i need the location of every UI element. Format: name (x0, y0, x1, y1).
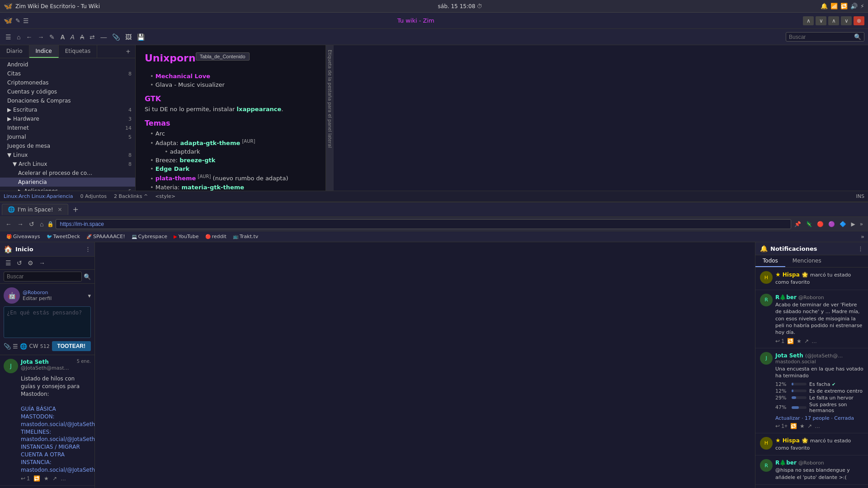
notif-fav-rober[interactable]: ★ (797, 338, 802, 344)
notif-boost-jotaseth[interactable]: 🔁 (790, 423, 797, 429)
toolbar-save-btn[interactable]: 💾 (135, 33, 146, 42)
sidebar-add-tab-button[interactable]: + (121, 45, 135, 58)
back-button[interactable]: ← (4, 220, 14, 229)
post-more-btn-1[interactable]: … (61, 475, 66, 482)
post-link-2[interactable]: mastodon.social/@JotaSeth/1034… (21, 436, 94, 442)
bookmark-spaaaaace[interactable]: 🚀 SPAAAAACE! (84, 233, 128, 240)
compose-attach-icon[interactable]: 📎 (4, 343, 11, 350)
compose-cw-label[interactable]: CW (29, 343, 38, 349)
compose-edit-label[interactable]: Editar perfil (23, 296, 52, 301)
compose-list-icon[interactable]: ☰ (13, 343, 18, 350)
browser-tab-active[interactable]: 🌐 I'm in Space! ✕ (2, 204, 68, 215)
tree-item[interactable]: ▶ Hardware3 (0, 114, 135, 123)
tree-item[interactable]: ▶ Aplicaciones5 (0, 187, 135, 191)
tree-item[interactable]: Internet14 (0, 123, 135, 132)
tree-item[interactable]: ▼ Arch Linux8 (0, 160, 135, 169)
toolbar-forward-btn[interactable]: → (36, 33, 46, 42)
post-link-3[interactable]: mastodon.social/@JotaSeth/1034… (21, 467, 94, 473)
notif-more-jotaseth[interactable]: … (815, 423, 820, 429)
toot-button[interactable]: TOOTEAR! (52, 341, 91, 351)
bookmark-more-button[interactable]: » (861, 233, 864, 240)
notif-share-rober[interactable]: ↗ (804, 338, 809, 344)
toolbar-home-btn[interactable]: ⌂ (15, 33, 22, 42)
tree-item[interactable]: Juegos de mesa (0, 141, 135, 150)
post-fav-btn-1[interactable]: ★ (44, 475, 49, 482)
post-link-instancias[interactable]: INSTANCIAS / MIGRAR CUENTA A OTRA INSTAN… (21, 444, 80, 465)
bookmark-giveaways[interactable]: 🎁 Giveaways (4, 233, 43, 240)
mast-menu-btn[interactable]: ☰ (4, 258, 13, 267)
tile-down-button[interactable]: ∨ (841, 16, 852, 25)
notif-tab-menciones[interactable]: Menciones (785, 255, 829, 267)
tree-item[interactable]: Cuentas y códigos (0, 87, 135, 96)
tree-item[interactable]: ▶ Escritura4 (0, 105, 135, 114)
zim-menu-icon[interactable]: ☰ (23, 17, 29, 24)
search-input[interactable] (789, 34, 852, 40)
forward-button[interactable]: → (15, 220, 25, 229)
ext-icon-2[interactable]: 🦎 (804, 220, 814, 228)
tab-etiquetas[interactable]: Etiquetas (59, 45, 98, 58)
ext-icon-1[interactable]: 📌 (793, 220, 802, 228)
toolbar-strike-btn[interactable]: A (78, 33, 86, 42)
tab-indice[interactable]: Indice (29, 45, 59, 58)
toolbar-hr-btn[interactable]: ⇄ (88, 33, 97, 42)
toolbar-bold-btn[interactable]: A (58, 33, 66, 42)
notif-fav-jotaseth[interactable]: ★ (800, 423, 805, 429)
new-tab-button[interactable]: + (69, 203, 82, 216)
tab-diario[interactable]: Diario (0, 45, 29, 58)
notif-reply-rober[interactable]: ↩ 1 (775, 338, 784, 344)
toolbar-image-btn[interactable]: 🖼 (123, 33, 133, 42)
browser-ext-icon[interactable]: 🔁 (840, 3, 848, 9)
toc-button[interactable]: Tabla_de_Contenido (196, 52, 250, 61)
tree-item[interactable]: Android (0, 60, 135, 69)
notif-share-jotaseth[interactable]: ↗ (807, 423, 812, 429)
url-bar[interactable] (56, 219, 791, 229)
ext-icon-6[interactable]: ▶ (849, 220, 856, 228)
notif-reply-jotaseth[interactable]: ↩ 1+ (775, 423, 788, 429)
notif-tab-todos[interactable]: Todos (755, 255, 785, 267)
bookmark-cybrespace[interactable]: 💻 Cybrespace (129, 233, 170, 240)
ext-icon-3[interactable]: 🔴 (816, 220, 825, 228)
post-link-guia[interactable]: GUÍA BÁSICA MASTODON: (21, 406, 56, 420)
compose-dropdown-icon[interactable]: ▾ (88, 292, 91, 299)
mast-settings-btn[interactable]: ⚙ (26, 258, 35, 267)
bookmark-reddit[interactable]: 🔴 reddit (203, 233, 229, 240)
tree-item[interactable]: Donaciones & Compras (0, 96, 135, 105)
tree-item[interactable]: Citas8 (0, 69, 135, 78)
tree-item[interactable]: Criptomonedas (0, 78, 135, 87)
mast-refresh-btn[interactable]: ↺ (15, 258, 24, 267)
post-link-1[interactable]: mastodon.social/@JotaSeth/1033… (21, 421, 94, 427)
bell-icon[interactable]: 🔔 (821, 3, 828, 9)
compose-globe-icon[interactable]: 🌐 (20, 343, 27, 350)
mastodon-settings-icon[interactable]: ⋮ (85, 246, 91, 253)
refresh-button[interactable]: ↺ (27, 220, 36, 229)
notifications-settings-icon[interactable]: ⋮ (858, 245, 863, 252)
browser-tab-close-button[interactable]: ✕ (57, 206, 62, 213)
tree-item[interactable]: Apariencia (0, 178, 135, 187)
poll-update-link[interactable]: Actualizar (775, 415, 800, 421)
compose-textarea[interactable] (4, 306, 91, 338)
mastodon-search-input[interactable] (4, 272, 82, 282)
post-share-btn-1[interactable]: ↗ (52, 475, 57, 482)
notif-boost-rober[interactable]: 🔁 (787, 338, 794, 344)
notif-more-rober[interactable]: … (811, 338, 817, 344)
tile-left-button[interactable]: ∨ (816, 16, 826, 25)
ext-icon-5[interactable]: 🔷 (838, 220, 848, 228)
bookmark-youtube[interactable]: ▶ YouTube (171, 233, 201, 240)
ext-icon-4[interactable]: 🟣 (827, 220, 836, 228)
toolbar-attach-btn[interactable]: 📎 (110, 33, 122, 42)
toolbar-list-btn[interactable]: ☰ (4, 33, 13, 42)
post-boost-btn-1[interactable]: 🔁 (33, 475, 40, 482)
tree-item[interactable]: Acelerar el proceso de co… (0, 169, 135, 178)
toolbar-indent-btn[interactable]: — (99, 33, 108, 42)
side-panel-tab[interactable]: Etiqueta de la pestaña para el panel lat… (326, 45, 334, 191)
toolbar-back-btn[interactable]: ← (24, 33, 34, 42)
minimize-button[interactable]: ∧ (803, 16, 814, 25)
tree-item[interactable]: Journal5 (0, 132, 135, 141)
mast-compose-btn[interactable]: → (37, 258, 47, 267)
home-button[interactable]: ⌂ (38, 220, 45, 229)
post-reply-btn-1[interactable]: ↩ 1 (21, 475, 30, 482)
zim-nav-icon1[interactable]: ✎ (15, 17, 20, 24)
bookmark-tweetdeck[interactable]: 🐦 TweetDeck (44, 233, 83, 240)
zim-search-bar[interactable]: 🔍 (786, 32, 864, 42)
tile-up-button[interactable]: ∧ (828, 16, 839, 25)
